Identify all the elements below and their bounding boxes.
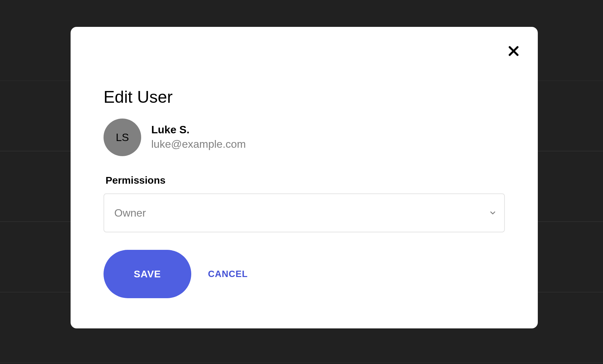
user-email: luke@example.com (151, 137, 246, 152)
edit-user-modal: Edit User LS Luke S. luke@example.com Pe… (71, 27, 538, 328)
avatar: LS (104, 119, 141, 156)
modal-title: Edit User (104, 87, 505, 107)
cancel-button[interactable]: CANCEL (208, 269, 248, 279)
close-icon (507, 44, 520, 58)
permissions-select[interactable]: Owner (104, 193, 505, 232)
permissions-label: Permissions (106, 175, 505, 186)
user-name: Luke S. (151, 123, 246, 137)
user-block: LS Luke S. luke@example.com (104, 119, 505, 156)
save-button[interactable]: SAVE (104, 250, 191, 298)
close-button[interactable] (506, 43, 522, 59)
